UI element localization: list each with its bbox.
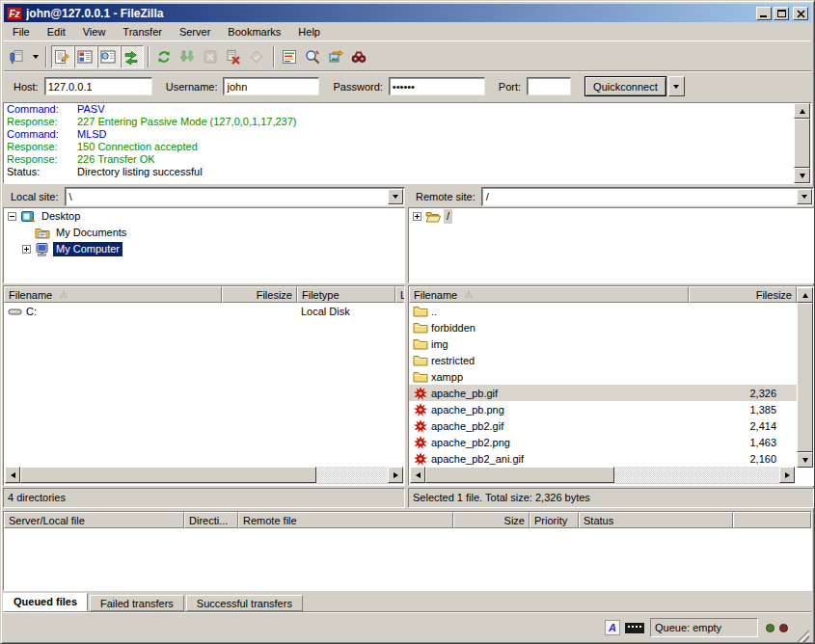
column-filesize[interactable]: Filesize bbox=[689, 286, 797, 303]
synchronized-browsing-button[interactable] bbox=[325, 45, 348, 68]
disconnect-button[interactable] bbox=[223, 45, 246, 68]
arrow-right-icon bbox=[785, 472, 790, 478]
toggle-local-tree-button[interactable] bbox=[74, 45, 97, 68]
scroll-left-button[interactable] bbox=[410, 467, 425, 483]
local-tree-icon bbox=[77, 49, 93, 65]
reconnect-button bbox=[246, 45, 269, 68]
column-server-local-file[interactable]: Server/Local file bbox=[4, 512, 184, 528]
tab-queued-files[interactable]: Queued files bbox=[3, 593, 88, 611]
quickconnect-dropdown[interactable] bbox=[668, 76, 685, 96]
expand-icon[interactable] bbox=[413, 212, 421, 221]
directory-comparison-button[interactable] bbox=[302, 45, 325, 68]
local-site-dropdown[interactable] bbox=[388, 189, 403, 204]
column-last-modified[interactable]: L bbox=[395, 286, 405, 303]
site-manager-dropdown[interactable] bbox=[29, 45, 41, 68]
scroll-down-button[interactable] bbox=[797, 452, 813, 468]
file-row[interactable]: xampp bbox=[409, 368, 813, 385]
column-filename[interactable]: Filename bbox=[4, 286, 222, 303]
resize-grip[interactable] bbox=[797, 630, 809, 642]
file-row[interactable]: apache_pb.png 1,385 bbox=[409, 401, 813, 417]
file-row[interactable]: img bbox=[409, 335, 813, 352]
file-row[interactable]: apache_pb2.gif 2,414 bbox=[409, 417, 813, 434]
scroll-thumb[interactable] bbox=[20, 467, 316, 483]
file-row[interactable]: restricted bbox=[409, 352, 813, 368]
column-filetype[interactable]: Filetype bbox=[297, 286, 395, 303]
collapse-icon[interactable] bbox=[8, 212, 16, 221]
password-input[interactable] bbox=[389, 77, 485, 95]
column-remote-file[interactable]: Remote file bbox=[238, 512, 453, 528]
tree-item-my-computer[interactable]: My Computer bbox=[4, 241, 404, 257]
toggle-remote-tree-button[interactable] bbox=[97, 45, 121, 68]
remote-site-combo[interactable]: / bbox=[481, 187, 814, 206]
filter-button[interactable] bbox=[279, 45, 302, 68]
column-direction[interactable]: Directi... bbox=[184, 512, 238, 528]
scroll-up-button[interactable] bbox=[797, 287, 813, 303]
scroll-right-button[interactable] bbox=[779, 467, 795, 483]
log-scrollbar[interactable] bbox=[794, 103, 810, 183]
find-files-button[interactable] bbox=[348, 45, 371, 68]
process-queue-icon bbox=[179, 49, 195, 65]
scroll-left-button[interactable] bbox=[5, 467, 20, 483]
tab-successful-transfers[interactable]: Successful transfers bbox=[186, 595, 303, 611]
find-files-icon bbox=[351, 49, 367, 65]
host-input[interactable] bbox=[44, 77, 152, 95]
expand-icon[interactable] bbox=[22, 245, 31, 254]
username-input[interactable] bbox=[223, 77, 319, 95]
tree-item-my-documents[interactable]: My Documents bbox=[4, 225, 404, 241]
minimize-icon bbox=[760, 15, 767, 17]
scroll-right-button[interactable] bbox=[388, 467, 403, 483]
column-size[interactable]: Size bbox=[453, 512, 530, 528]
titlebar: Fz john@127.0.0.1 - FileZilla bbox=[4, 4, 811, 22]
file-row[interactable]: .. bbox=[409, 303, 813, 319]
quickconnect-button[interactable]: Quickconnect bbox=[584, 76, 666, 96]
port-input[interactable] bbox=[527, 77, 571, 95]
local-site-combo[interactable]: \ bbox=[65, 187, 405, 206]
toolbar-separator bbox=[148, 46, 149, 67]
desktop-icon bbox=[20, 209, 36, 225]
tree-item-root[interactable]: / bbox=[409, 208, 813, 225]
column-priority[interactable]: Priority bbox=[530, 512, 579, 528]
close-button[interactable] bbox=[793, 7, 808, 20]
toggle-queue-button[interactable] bbox=[121, 45, 144, 68]
process-queue-button[interactable] bbox=[177, 45, 200, 68]
menu-view[interactable]: View bbox=[74, 24, 115, 40]
toggle-log-button[interactable] bbox=[51, 45, 74, 68]
column-filesize[interactable]: Filesize bbox=[222, 286, 297, 303]
menu-file[interactable]: File bbox=[4, 24, 39, 40]
menu-bookmarks[interactable]: Bookmarks bbox=[219, 24, 289, 40]
site-manager-button[interactable] bbox=[6, 45, 29, 68]
image-file-icon bbox=[413, 451, 428, 467]
image-file-icon bbox=[413, 402, 428, 417]
minimize-button[interactable] bbox=[756, 7, 772, 20]
menu-edit[interactable]: Edit bbox=[39, 24, 74, 40]
maximize-button[interactable] bbox=[774, 7, 789, 20]
file-row[interactable]: forbidden bbox=[409, 319, 813, 335]
chevron-down-icon bbox=[673, 85, 679, 89]
host-label: Host: bbox=[14, 81, 39, 93]
scroll-thumb[interactable] bbox=[797, 303, 813, 452]
arrow-down-icon bbox=[800, 174, 805, 178]
scroll-thumb[interactable] bbox=[794, 119, 810, 168]
image-file-icon bbox=[413, 418, 428, 434]
refresh-button[interactable] bbox=[153, 45, 177, 68]
scroll-down-button[interactable] bbox=[794, 168, 810, 183]
tab-failed-transfers[interactable]: Failed transfers bbox=[90, 595, 184, 611]
remote-site-dropdown[interactable] bbox=[797, 189, 812, 204]
menu-server[interactable]: Server bbox=[171, 24, 219, 40]
scroll-up-button[interactable] bbox=[794, 103, 810, 119]
file-row[interactable]: apache_pb2.png 1,463 bbox=[409, 434, 813, 450]
file-row-selected[interactable]: apache_pb.gif 2,326 bbox=[409, 385, 813, 401]
column-filename[interactable]: Filename bbox=[409, 286, 689, 303]
scroll-thumb[interactable] bbox=[425, 467, 614, 483]
local-horizontal-scrollbar[interactable] bbox=[5, 467, 403, 484]
menu-help[interactable]: Help bbox=[289, 24, 329, 40]
file-row-c-drive[interactable]: C: Local Disk bbox=[4, 303, 404, 319]
tree-item-desktop[interactable]: Desktop bbox=[4, 208, 404, 225]
arrow-left-icon bbox=[11, 472, 15, 478]
file-row[interactable]: apache_pb2_ani.gif 2,160 bbox=[409, 450, 813, 467]
remote-horizontal-scrollbar[interactable] bbox=[410, 467, 795, 484]
chevron-down-icon bbox=[33, 55, 39, 59]
column-status[interactable]: Status bbox=[579, 512, 733, 528]
menu-transfer[interactable]: Transfer bbox=[114, 24, 171, 40]
remote-vertical-scrollbar[interactable] bbox=[797, 287, 813, 468]
